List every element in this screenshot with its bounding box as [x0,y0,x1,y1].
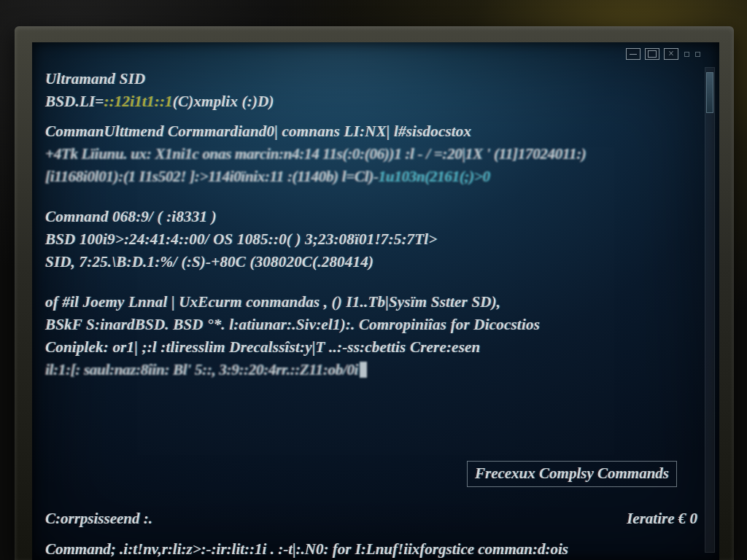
monitor-bezel: Ultramand SID BSD.LI=::12i1t1::1(C)xmpli… [15,26,734,560]
window-glyph-2 [695,52,700,57]
maximize-button[interactable] [645,48,659,60]
terminal-line-2: CommanUlttmend Cormmardiand0| comnans LI… [45,121,697,142]
line1-segment-c: (C)xmplix (:)D) [173,93,274,110]
status-left: C:orrpsisseend :. [45,510,152,528]
scrollbar-thumb[interactable] [706,72,713,113]
terminal-line-7: SID, 7:25.\B:D.1:%/ (:S)-+80C (308020C(.… [45,252,697,273]
cursor-icon [360,362,367,378]
window-glyph-1 [684,52,689,57]
status-right: Ieratire € 0 [627,510,697,528]
close-button[interactable] [664,48,678,60]
minimize-button[interactable] [626,48,640,60]
line1-segment-a: BSD.LI= [45,93,104,110]
terminal-line-6: BSD 100i9>:24:41:4::00/ OS 1085::0( ) 3;… [45,229,697,250]
line4-segment-b: 1u103n(2161(;)>0 [379,168,490,185]
terminal-last-line: Command; .i:t!nv,r:li:z>:-:ir:lit::1i . … [45,540,697,559]
terminal-line-4: [i1168i0l01):(1 I1s502! ]:>114i0ïnix:11 … [45,166,697,187]
terminal-line-10: Coniplek: or1| ;:l :tliresslim Drecalssî… [45,337,697,358]
terminal-screen: Ultramand SID BSD.LI=::12i1t1::1(C)xmpli… [32,42,719,560]
terminal-title: Ultramand SID [45,69,697,90]
terminal-line-11: il:1:[: saul:naz:8îin: Bl' 5::, 3:9::20:… [45,359,697,381]
status-line: C:orrpsisseend :. Ieratire € 0 [45,510,697,528]
terminal-line-9: BSkF S:inardBSD. BSD °*. l:atiunar:.Siv:… [45,314,697,335]
vertical-scrollbar[interactable] [705,67,715,553]
line1-segment-b: ::12i1t1::1 [104,93,172,110]
monitor-frame: Ultramand SID BSD.LI=::12i1t1::1(C)xmpli… [0,0,747,560]
terminal-line-3: +4Tk Lïiunu. ux: X1ni1c onas marcin:n4:1… [45,144,697,165]
terminal-output: Ultramand SID BSD.LI=::12i1t1::1(C)xmpli… [45,69,697,382]
line10-text: Coniplek: or1| ;:l :tliresslim Drecalssî… [45,338,480,356]
line11-text: il:1:[: saul:naz:8îin: Bl' 5::, 3:9::20:… [45,361,358,378]
highlight-box[interactable]: Frecexux Complsy Commands [467,461,677,487]
line4-segment-a: [i1168i0l01):(1 I1s502! ]:>114i0ïnix:11 … [45,168,379,185]
terminal-line-5: Comnand 068:9/ ( :i8331 ) [45,206,697,228]
window-controls [626,48,700,60]
terminal-line-8: of #il Joemy Lnnal | UxEcurm conmandas ,… [45,292,697,313]
terminal-line-1: BSD.LI=::12i1t1::1(C)xmplix (:)D) [45,91,697,112]
